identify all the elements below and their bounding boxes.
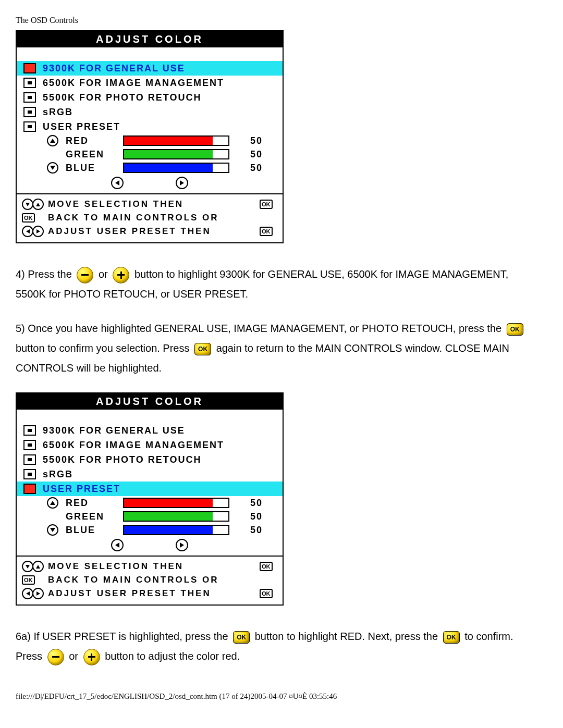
preset-icon <box>23 78 36 88</box>
ok-button-icon: OK <box>194 343 211 355</box>
osd-title: ADJUST COLOR <box>17 31 283 47</box>
ok-icon: OK <box>260 562 273 571</box>
menu-item-9300k[interactable]: 9300K FOR GENERAL USE <box>17 61 283 76</box>
osd-hints: MOVE SELECTION THEN OK OK BACK TO MAIN C… <box>17 557 283 604</box>
osd-title: ADJUST COLOR <box>17 393 283 410</box>
osd-panel-1: ADJUST COLOR 9300K FOR GENERAL USE 6500K… <box>16 30 284 243</box>
menu-item-6500k[interactable]: 6500K FOR IMAGE MANAGEMENT <box>17 438 283 452</box>
ok-button-icon: OK <box>443 631 460 644</box>
down-arrow-icon <box>22 561 33 572</box>
left-arrow-icon[interactable] <box>111 177 124 189</box>
left-arrow-icon <box>22 588 33 599</box>
color-row-red: RED 50 <box>21 134 278 147</box>
preset-icon <box>23 92 36 103</box>
menu-item-user-preset[interactable]: USER PRESET <box>17 119 283 134</box>
up-arrow-icon <box>32 561 44 572</box>
preset-icon <box>23 425 36 436</box>
right-arrow-icon[interactable] <box>176 539 188 551</box>
color-row-red: RED 50 <box>21 496 278 510</box>
preset-icon <box>23 454 36 465</box>
ok-icon: OK <box>260 589 273 598</box>
preset-icon <box>23 107 36 117</box>
ok-icon: OK <box>260 227 273 236</box>
plus-button-icon <box>83 649 100 665</box>
page-title: The OSD Controls <box>16 16 547 25</box>
color-row-blue: BLUE 50 <box>21 523 278 537</box>
preset-icon <box>23 440 36 450</box>
up-arrow-icon <box>47 497 58 509</box>
osd-hints: MOVE SELECTION THEN OK OK BACK TO MAIN C… <box>17 194 283 242</box>
green-bar[interactable] <box>123 511 229 522</box>
ok-button-icon: OK <box>233 631 250 644</box>
page-footer: file:///D|/EDFU/crt_17_5/edoc/ENGLISH/OS… <box>16 692 547 701</box>
right-arrow-icon[interactable] <box>176 177 188 189</box>
right-arrow-icon <box>32 588 44 599</box>
down-arrow-icon <box>22 199 33 210</box>
down-arrow-icon <box>47 162 58 174</box>
right-arrow-icon <box>32 226 44 237</box>
step-4-text: 4) Press the or button to highlight 9300… <box>16 264 537 378</box>
color-row-green: GREEN 50 <box>21 510 278 523</box>
ok-button-icon: OK <box>507 323 523 336</box>
minus-button-icon <box>77 267 93 283</box>
plus-button-icon <box>113 267 129 283</box>
preset-icon <box>23 121 36 132</box>
menu-item-5500k[interactable]: 5500K FOR PHOTO RETOUCH <box>17 90 283 105</box>
step-6a-text: 6a) If USER PRESET is highlighted, press… <box>16 626 537 666</box>
red-bar[interactable] <box>123 135 229 146</box>
menu-item-user-preset[interactable]: USER PRESET <box>17 482 283 496</box>
up-arrow-icon <box>32 199 44 210</box>
ok-icon: OK <box>22 213 35 223</box>
ok-icon: OK <box>260 200 273 209</box>
osd-panel-2: ADJUST COLOR 9300K FOR GENERAL USE 6500K… <box>16 392 284 606</box>
red-bar[interactable] <box>123 498 229 508</box>
down-arrow-icon <box>47 524 58 536</box>
preset-icon <box>23 469 36 479</box>
preset-icon <box>23 63 36 73</box>
menu-item-9300k[interactable]: 9300K FOR GENERAL USE <box>17 423 283 438</box>
preset-icon <box>23 484 36 494</box>
up-arrow-icon <box>47 135 58 146</box>
menu-item-6500k[interactable]: 6500K FOR IMAGE MANAGEMENT <box>17 76 283 90</box>
menu-item-5500k[interactable]: 5500K FOR PHOTO RETOUCH <box>17 452 283 467</box>
left-arrow-icon[interactable] <box>111 539 124 551</box>
green-bar[interactable] <box>123 149 229 159</box>
blue-bar[interactable] <box>123 163 229 173</box>
color-row-blue: BLUE 50 <box>21 161 278 175</box>
menu-item-srgb[interactable]: sRGB <box>17 467 283 482</box>
ok-icon: OK <box>22 575 35 585</box>
color-row-green: GREEN 50 <box>21 147 278 161</box>
menu-item-srgb[interactable]: sRGB <box>17 105 283 119</box>
left-arrow-icon <box>22 226 33 237</box>
minus-button-icon <box>47 649 64 665</box>
blue-bar[interactable] <box>123 525 229 535</box>
